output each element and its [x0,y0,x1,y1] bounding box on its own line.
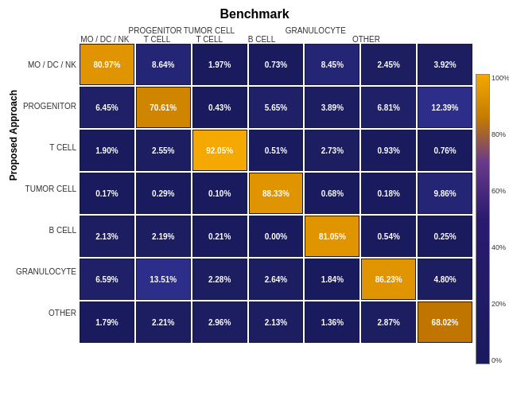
cell-0-4: 8.45% [305,44,359,85]
cell-2-6: 0.76% [418,130,472,171]
chart-title: Benchmark [220,7,289,21]
cell-4-2: 0.21% [192,216,247,257]
row-label-4: B CELL [22,209,76,251]
cell-5-4: 1.84% [305,259,359,300]
cell-3-6: 9.86% [418,173,472,214]
cell-3-3: 88.33% [249,173,304,214]
cell-2-3: 0.51% [249,130,304,171]
cell-1-0: 6.45% [80,87,134,128]
cell-1-4: 3.89% [305,87,359,128]
cell-5-2: 2.28% [192,259,247,300]
col-header-3: B CELL [236,35,287,44]
col-group-tumorcell: TUMOR CELL [184,26,235,35]
cell-5-1: 13.51% [136,259,191,300]
row-label-5: GRANULOCYTE [22,251,76,292]
cell-4-0: 2.13% [80,216,134,257]
cell-2-4: 2.73% [305,130,359,171]
chart-container: Benchmark Proposed Approach PROGENITOR T… [8,7,501,413]
colorbar-label-4: 20% [492,300,509,308]
cell-3-2: 0.10% [192,173,247,214]
cell-6-2: 2.96% [192,301,247,343]
cell-4-1: 2.19% [136,216,191,257]
cell-0-5: 2.45% [361,44,416,85]
col-header-5: OTHER [341,35,392,44]
cell-0-6: 3.92% [418,44,472,85]
cell-6-3: 2.13% [249,301,304,343]
cell-5-0: 6.59% [80,259,134,300]
col-header-6 [393,35,444,44]
row-label-1: PROGENITOR [22,85,76,126]
cell-6-0: 1.79% [80,301,134,343]
row-label-2: T CELL [22,126,76,168]
row-label-3: TUMOR CELL [22,168,76,209]
matrix-grid: 80.97%8.64%1.97%0.73%8.45%2.45%3.92%6.45… [80,44,472,343]
cell-2-5: 0.93% [361,130,416,171]
col-header-2: T CELL [184,35,235,44]
row-labels: MO / DC / NKPROGENITORT CELLTUMOR CELLB … [22,44,80,333]
cell-5-5: 86.23% [361,259,416,300]
col-header-1: T CELL [132,35,183,44]
cell-4-3: 0.00% [249,216,304,257]
colorbar-label-1: 80% [492,130,509,138]
cell-5-6: 4.80% [418,259,472,300]
row-label-0: MO / DC / NK [22,44,76,85]
cell-6-5: 2.87% [361,301,416,343]
cell-4-6: 0.25% [418,216,472,257]
cell-3-0: 0.17% [80,173,134,214]
colorbar-label-2: 60% [492,187,509,195]
cell-3-5: 0.18% [361,173,416,214]
cell-0-1: 8.64% [136,44,191,85]
cell-2-1: 2.55% [136,130,191,171]
cell-1-3: 5.65% [249,87,304,128]
cell-5-3: 2.64% [249,259,304,300]
cell-6-6: 68.02% [418,301,472,343]
colorbar-label-0: 100% [492,74,509,82]
cell-0-3: 0.73% [249,44,304,85]
colorbar-labels: 100%80%60%40%20%0% [492,74,509,364]
col-group-progenitor: PROGENITOR [129,26,182,35]
cell-3-4: 0.68% [305,173,359,214]
cell-1-6: 12.39% [418,87,472,128]
col-header-4 [289,35,340,44]
colorbar [476,74,490,364]
cell-2-0: 1.90% [80,130,134,171]
cell-4-5: 0.54% [361,216,416,257]
cell-1-5: 6.81% [361,87,416,128]
cell-3-1: 0.29% [136,173,191,214]
cell-6-4: 1.36% [305,301,359,343]
row-label-6: OTHER [22,292,76,333]
cell-1-2: 0.43% [192,87,247,128]
cell-4-4: 81.05% [305,216,359,257]
cell-2-2: 92.05% [192,130,247,171]
cell-1-1: 70.61% [136,87,191,128]
cell-0-2: 1.97% [192,44,247,85]
col-group-granulocyte: GRANULOCYTE [286,26,346,35]
colorbar-label-5: 0% [492,356,509,364]
cell-6-1: 2.21% [136,301,191,343]
col-header-0: MO / DC / NK [80,35,130,44]
cell-0-0: 80.97% [80,44,134,85]
colorbar-label-3: 40% [492,243,509,251]
y-axis-label: Proposed Approach [8,90,19,181]
